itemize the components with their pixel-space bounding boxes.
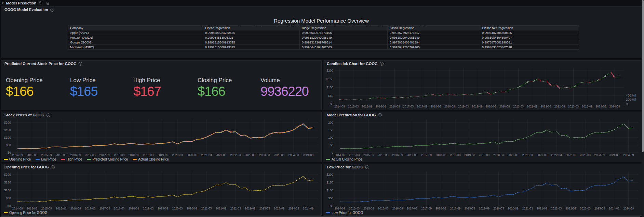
svg-text:$50: $50 <box>328 94 333 98</box>
stat-low-price: Low Price$165 <box>70 77 133 98</box>
row-settings-gear-icon[interactable] <box>39 1 43 5</box>
panel-model-prediction: Model Prediction for GOOG i 200150100500… <box>323 112 642 162</box>
svg-text:2022-03: 2022-03 <box>551 207 562 210</box>
legend-item[interactable]: Opening Price <box>4 157 31 161</box>
legend-item[interactable]: Low Price <box>36 157 56 161</box>
legend: Opening Price for GOOG <box>4 210 48 215</box>
svg-text:150: 150 <box>328 128 333 132</box>
svg-text:2022-03: 2022-03 <box>540 105 551 108</box>
svg-text:2018-09: 2018-09 <box>450 153 460 157</box>
scrollbar-track[interactable] <box>642 0 644 217</box>
table-cell: 0.9998629224782566 <box>203 30 300 35</box>
column-header: Elastic Net Regression <box>480 26 579 30</box>
table-cell: 0.9961820949085249 <box>300 35 388 40</box>
svg-text:$100: $100 <box>326 86 333 89</box>
svg-text:2016-03: 2016-03 <box>376 105 386 108</box>
opening-price-plot[interactable]: $200$150$100$50$02014-092015-032015-0920… <box>1 170 321 210</box>
svg-text:$0: $0 <box>330 102 333 106</box>
svg-text:2021-09: 2021-09 <box>527 105 537 108</box>
legend-item[interactable]: Opening Price for GOOG <box>4 211 48 215</box>
table-cell: 0.9961820949085249 <box>388 35 480 40</box>
legend-item[interactable]: Low Price for GOOG <box>326 211 363 215</box>
svg-text:2022-03: 2022-03 <box>230 207 241 210</box>
svg-text:2016-03: 2016-03 <box>378 153 388 157</box>
svg-text:2015-09: 2015-09 <box>41 153 52 157</box>
svg-text:2017-09: 2017-09 <box>99 153 110 157</box>
chevron-down-icon: ▾ <box>2 1 4 5</box>
candlestick-plot[interactable]: $200$150$100$50$02014-092015-032015-0920… <box>323 67 641 108</box>
svg-text:2021-03: 2021-03 <box>201 153 212 157</box>
low-price-plot[interactable]: $200$150$100$50$02014-092015-032015-0920… <box>323 170 641 210</box>
svg-text:2022-03: 2022-03 <box>230 153 241 157</box>
row-header-model-prediction[interactable]: ▾ Model Prediction <box>2 0 50 5</box>
svg-text:2015-03: 2015-03 <box>348 105 359 108</box>
svg-text:2015-03: 2015-03 <box>349 153 360 157</box>
svg-text:2019-09: 2019-09 <box>158 207 168 210</box>
svg-text:2023-03: 2023-03 <box>580 207 591 210</box>
svg-text:2016-09: 2016-09 <box>389 105 400 108</box>
svg-text:2014-09: 2014-09 <box>334 105 345 108</box>
svg-text:2023-09: 2023-09 <box>582 105 592 108</box>
table-header-row: CompanyLinear RegressionRidge Regression… <box>68 26 579 30</box>
svg-text:2015-03: 2015-03 <box>27 207 37 210</box>
svg-text:2015-09: 2015-09 <box>363 153 374 157</box>
table-cell: 0.9992317269769614 <box>300 40 388 45</box>
svg-text:2014-09: 2014-09 <box>334 207 345 210</box>
svg-text:2016-03: 2016-03 <box>56 207 66 210</box>
table-cell: Google (GOOG) <box>68 40 203 45</box>
svg-text:2020-09: 2020-09 <box>499 105 510 108</box>
legend-item[interactable]: Actual Closing Price <box>133 157 169 161</box>
svg-text:$100: $100 <box>4 136 11 139</box>
svg-text:2016-03: 2016-03 <box>56 153 66 157</box>
info-icon[interactable]: i <box>50 8 54 12</box>
svg-text:2016-09: 2016-09 <box>392 153 403 157</box>
legend-swatch <box>4 212 8 213</box>
svg-text:2015-09: 2015-09 <box>362 105 372 108</box>
info-icon[interactable]: i <box>365 165 369 169</box>
svg-text:0: 0 <box>626 102 628 106</box>
info-icon[interactable]: i <box>378 113 382 117</box>
legend-label: Low Price <box>41 157 56 161</box>
info-icon[interactable]: i <box>380 62 384 66</box>
row-delete-trash-icon[interactable] <box>45 1 50 5</box>
legend-swatch <box>4 159 8 160</box>
svg-text:2022-09: 2022-09 <box>565 153 576 157</box>
legend-label: Opening Price for GOOG <box>9 211 48 215</box>
svg-text:2019-09: 2019-09 <box>472 105 482 108</box>
info-icon[interactable]: i <box>46 113 50 117</box>
table-row: Google (GOOG)0.99923153009133250.9992317… <box>68 40 579 45</box>
legend-item[interactable]: Predicted Closing Price <box>87 157 128 161</box>
svg-text:2020-03: 2020-03 <box>493 207 504 210</box>
legend-item[interactable]: High Price <box>61 157 82 161</box>
svg-text:2016-09: 2016-09 <box>70 153 81 157</box>
legend-item[interactable]: Actual Closing Price <box>326 157 362 161</box>
svg-text:2024-03: 2024-03 <box>289 153 299 157</box>
dashboard: ▾ Model Prediction GOOG Model Evaluation… <box>0 0 644 217</box>
svg-text:2023-03: 2023-03 <box>568 105 579 108</box>
svg-text:$50: $50 <box>6 143 11 147</box>
svg-text:2022-09: 2022-09 <box>245 153 255 157</box>
info-icon[interactable]: i <box>79 62 82 66</box>
legend-label: Actual Closing Price <box>332 157 362 161</box>
info-icon[interactable]: i <box>51 165 55 169</box>
stat-label: Closing Price <box>198 77 260 84</box>
legend: Opening PriceLow PriceHigh PricePredicte… <box>4 157 169 161</box>
svg-text:2021-09: 2021-09 <box>537 207 547 210</box>
scrollbar-thumb[interactable] <box>642 0 644 152</box>
svg-text:2015-09: 2015-09 <box>363 207 374 210</box>
svg-text:2023-09: 2023-09 <box>274 207 284 210</box>
svg-text:2020-03: 2020-03 <box>172 153 183 157</box>
svg-text:2018-03: 2018-03 <box>435 153 446 157</box>
svg-text:2015-09: 2015-09 <box>41 207 52 210</box>
svg-text:2018-09: 2018-09 <box>450 207 460 210</box>
model-prediction-plot[interactable]: 2001501005002014-092015-032015-092016-03… <box>323 118 641 157</box>
table-cell: 0.9996487306800625 <box>480 30 579 35</box>
svg-text:2020-09: 2020-09 <box>508 207 518 210</box>
legend-swatch <box>133 159 137 160</box>
column-header: Linear Regression <box>203 26 300 30</box>
svg-text:2019-03: 2019-03 <box>465 207 475 210</box>
stock-prices-plot[interactable]: $200$150$100$50$02014-092015-032015-0920… <box>1 118 321 157</box>
svg-text:2017-03: 2017-03 <box>85 207 95 210</box>
svg-text:2017-09: 2017-09 <box>99 207 110 210</box>
svg-text:2019-03: 2019-03 <box>143 153 153 157</box>
